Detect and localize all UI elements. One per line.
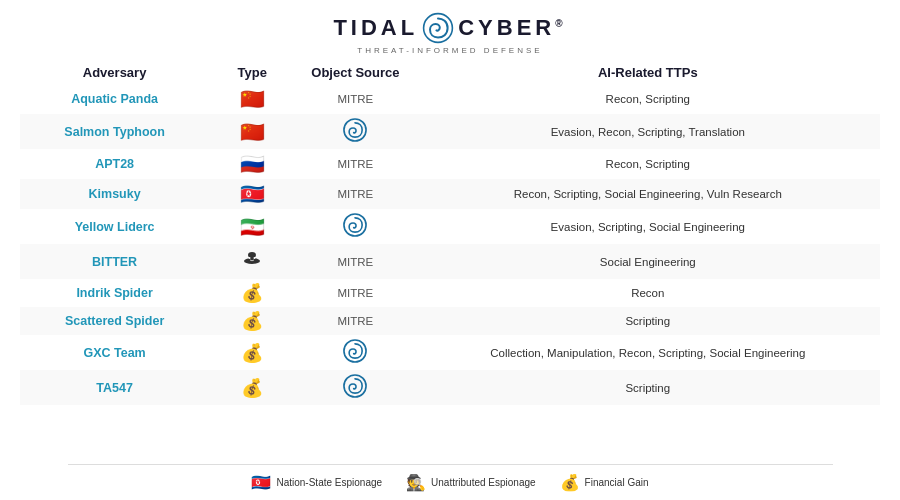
type-cell: 🇨🇳 [209, 84, 295, 114]
adversary-cell: Scattered Spider [20, 307, 209, 335]
source-text: MITRE [337, 315, 373, 327]
legend-financial-icon: 💰 [560, 473, 580, 492]
legend-nation-state-icon: 🇰🇵 [251, 473, 271, 492]
type-cell: 🇨🇳 [209, 114, 295, 149]
source-cell: MITRE [295, 179, 415, 209]
money-bag-icon: 💰 [241, 378, 263, 398]
adversary-name[interactable]: APT28 [95, 157, 134, 171]
tagline: THREAT-INFORMED DEFENSE [357, 46, 542, 55]
ttps-text: Recon, Scripting [606, 93, 690, 105]
source-cell: MITRE [295, 279, 415, 307]
unattrib-icon [240, 253, 264, 275]
type-cell [209, 244, 295, 279]
ttps-cell: Evasion, Recon, Scripting, Translation [416, 114, 880, 149]
flag-icon: 🇰🇵 [240, 183, 265, 205]
table-row: APT28🇷🇺MITRERecon, Scripting [20, 149, 880, 179]
legend: 🇰🇵 Nation-State Espionage 🕵️ Unattribute… [251, 467, 648, 500]
source-cell: MITRE [295, 84, 415, 114]
ttps-text: Scripting [625, 315, 670, 327]
ttps-text: Social Engineering [600, 256, 696, 268]
source-cell: MITRE [295, 149, 415, 179]
col-header-type: Type [209, 61, 295, 84]
header: TIDAL CYBER® THREAT-INFORMED DEFENSE [333, 0, 566, 61]
table-section: Adversary Type Object Source AI-Related … [0, 61, 900, 462]
source-cell [295, 335, 415, 370]
ttps-text: Evasion, Recon, Scripting, Translation [551, 126, 745, 138]
ttps-cell: Recon [416, 279, 880, 307]
type-cell: 💰 [209, 370, 295, 405]
ttps-cell: Recon, Scripting, Social Engineering, Vu… [416, 179, 880, 209]
adversary-name[interactable]: Aquatic Panda [71, 92, 158, 106]
table-row: Yellow Liderc🇮🇷 Evasion, Scripting, Soci… [20, 209, 880, 244]
source-text: MITRE [337, 93, 373, 105]
logo-container: TIDAL CYBER® [333, 12, 566, 44]
ttps-cell: Recon, Scripting [416, 84, 880, 114]
adversary-name[interactable]: BITTER [92, 255, 137, 269]
adversary-name[interactable]: Kimsuky [89, 187, 141, 201]
table-row: Aquatic Panda🇨🇳MITRERecon, Scripting [20, 84, 880, 114]
flag-icon: 🇨🇳 [240, 88, 265, 110]
money-bag-icon: 💰 [241, 343, 263, 363]
tidal-source-logo [342, 338, 368, 364]
adversary-cell: APT28 [20, 149, 209, 179]
adversary-cell: Yellow Liderc [20, 209, 209, 244]
type-cell: 🇰🇵 [209, 179, 295, 209]
legend-nation-state-label: Nation-State Espionage [276, 477, 382, 488]
threat-table: Adversary Type Object Source AI-Related … [20, 61, 880, 405]
adversary-name[interactable]: GXC Team [83, 346, 145, 360]
adversary-name[interactable]: Salmon Typhoon [64, 125, 164, 139]
adversary-name[interactable]: Indrik Spider [76, 286, 152, 300]
source-cell [295, 370, 415, 405]
adversary-cell: TA547 [20, 370, 209, 405]
source-text: MITRE [337, 188, 373, 200]
ttps-text: Collection, Manipulation, Recon, Scripti… [490, 347, 805, 359]
ttps-cell: Evasion, Scripting, Social Engineering [416, 209, 880, 244]
col-header-adversary: Adversary [20, 61, 209, 84]
table-header-row: Adversary Type Object Source AI-Related … [20, 61, 880, 84]
ttps-text: Recon, Scripting, Social Engineering, Vu… [514, 188, 782, 200]
page-wrapper: TIDAL CYBER® THREAT-INFORMED DEFENSE Adv… [0, 0, 900, 500]
table-row: Scattered Spider💰MITREScripting [20, 307, 880, 335]
type-cell: 🇮🇷 [209, 209, 295, 244]
svg-point-6 [249, 257, 251, 259]
ttps-text: Recon, Scripting [606, 158, 690, 170]
ttps-cell: Scripting [416, 370, 880, 405]
adversary-name[interactable]: Yellow Liderc [75, 220, 155, 234]
logo-tidal: TIDAL [333, 15, 418, 41]
type-cell: 🇷🇺 [209, 149, 295, 179]
source-cell: MITRE [295, 307, 415, 335]
ttps-text: Evasion, Scripting, Social Engineering [551, 221, 745, 233]
ttps-cell: Scripting [416, 307, 880, 335]
table-body: Aquatic Panda🇨🇳MITRERecon, ScriptingSalm… [20, 84, 880, 405]
adversary-cell: Salmon Typhoon [20, 114, 209, 149]
source-cell [295, 114, 415, 149]
ttps-text: Scripting [625, 382, 670, 394]
tidal-source-logo [342, 117, 368, 143]
adversary-cell: GXC Team [20, 335, 209, 370]
legend-financial: 💰 Financial Gain [560, 473, 649, 492]
type-cell: 💰 [209, 307, 295, 335]
flag-icon: 🇷🇺 [240, 153, 265, 175]
tidal-logo-icon [422, 12, 454, 44]
legend-divider [68, 464, 833, 465]
legend-unattributed-label: Unattributed Espionage [431, 477, 536, 488]
money-bag-icon: 💰 [241, 311, 263, 331]
adversary-cell: BITTER [20, 244, 209, 279]
legend-unattrib-icon: 🕵️ [406, 473, 426, 492]
legend-unattributed: 🕵️ Unattributed Espionage [406, 473, 536, 492]
ttps-cell: Recon, Scripting [416, 149, 880, 179]
table-row: Kimsuky🇰🇵MITRERecon, Scripting, Social E… [20, 179, 880, 209]
table-row: Salmon Typhoon🇨🇳 Evasion, Recon, Scripti… [20, 114, 880, 149]
adversary-name[interactable]: Scattered Spider [65, 314, 164, 328]
money-bag-icon: 💰 [241, 283, 263, 303]
ttps-text: Recon [631, 287, 664, 299]
col-header-ttps: AI-Related TTPs [416, 61, 880, 84]
spy-hat-icon [240, 247, 264, 271]
adversary-name[interactable]: TA547 [96, 381, 133, 395]
svg-point-7 [254, 257, 256, 259]
adversary-cell: Indrik Spider [20, 279, 209, 307]
table-row: BITTER MITRESocial Engineering [20, 244, 880, 279]
source-text: MITRE [337, 256, 373, 268]
source-text: MITRE [337, 158, 373, 170]
flag-icon: 🇨🇳 [240, 121, 265, 143]
